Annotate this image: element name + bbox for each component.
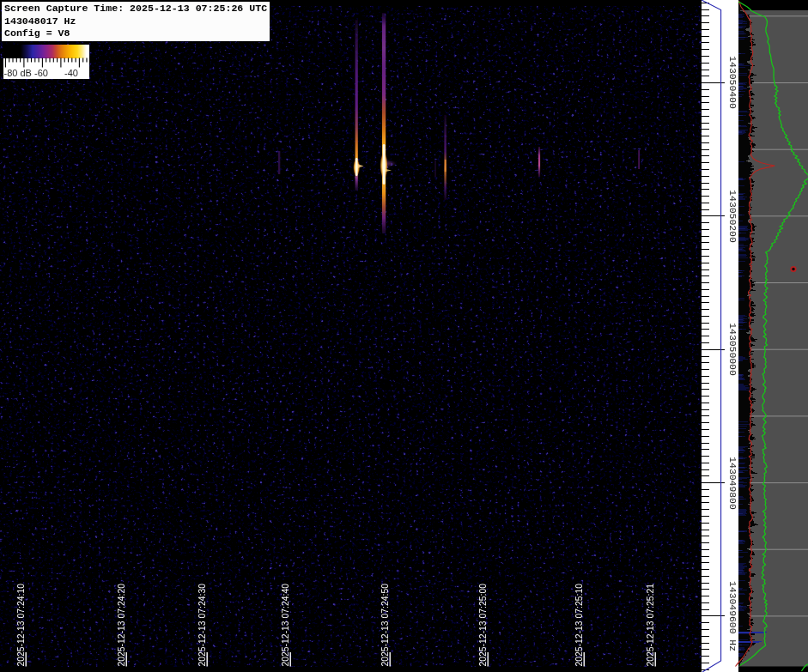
svg-text:143050200: 143050200	[727, 190, 738, 243]
svg-text:143050000: 143050000	[727, 323, 738, 376]
svg-text:2025-12-13 07:25:10: 2025-12-13 07:25:10	[574, 584, 584, 667]
svg-text:2025-12-13 07:25:21: 2025-12-13 07:25:21	[646, 584, 655, 667]
svg-text:143049800: 143049800	[727, 457, 738, 510]
svg-text:2025-12-13 07:25:00: 2025-12-13 07:25:00	[478, 584, 488, 667]
svg-text:143049600 Hz: 143049600 Hz	[727, 581, 738, 651]
svg-text:2025-12-13 07:24:10: 2025-12-13 07:24:10	[16, 584, 26, 667]
svg-text:2025-12-13 07:24:50: 2025-12-13 07:24:50	[380, 584, 390, 667]
svg-text:2025-12-13 07:24:40: 2025-12-13 07:24:40	[281, 584, 290, 667]
svg-text:2025-12-13 07:24:20: 2025-12-13 07:24:20	[117, 584, 126, 667]
svg-text:143050400: 143050400	[727, 56, 738, 109]
svg-text:2025-12-13 07:24:30: 2025-12-13 07:24:30	[197, 584, 207, 667]
